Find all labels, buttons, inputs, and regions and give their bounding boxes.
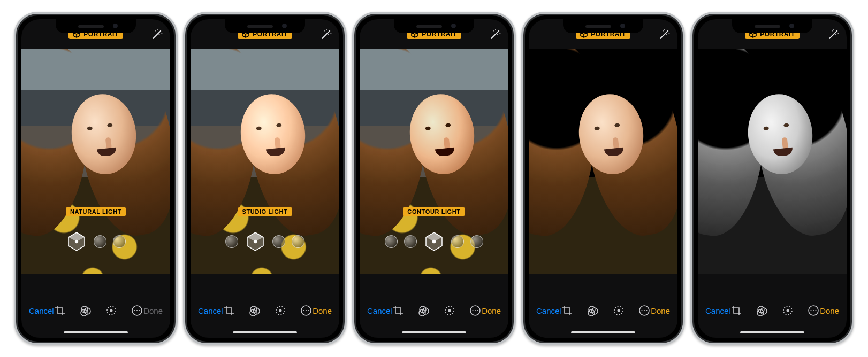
- adjust-button[interactable]: [444, 305, 455, 316]
- cancel-button[interactable]: Cancel: [705, 306, 730, 315]
- filters-button[interactable]: [418, 305, 430, 316]
- lighting-dial-item[interactable]: [66, 231, 87, 252]
- lighting-dial-item[interactable]: [113, 235, 126, 248]
- photo-preview[interactable]: STUDIO LIGHT: [191, 49, 339, 274]
- photo-preview[interactable]: STAGE LIGHT MONO: [698, 49, 847, 274]
- magic-wand-button[interactable]: [151, 29, 163, 41]
- home-indicator[interactable]: [402, 331, 466, 333]
- hardware-button: [14, 130, 14, 156]
- magic-wand-button[interactable]: [827, 29, 839, 41]
- more-button[interactable]: [808, 305, 819, 316]
- lighting-dial-item[interactable]: [423, 231, 445, 252]
- lighting-dial[interactable]: [529, 220, 677, 263]
- home-indicator[interactable]: [64, 331, 128, 333]
- cancel-button[interactable]: Cancel: [29, 306, 54, 315]
- hardware-button: [521, 130, 522, 156]
- lighting-cube-icon: [66, 231, 87, 252]
- hardware-button: [690, 99, 691, 125]
- more-button[interactable]: [300, 305, 312, 316]
- phone-mockup: PORTRAITCONTOUR LIGHTCancelDone: [352, 12, 516, 345]
- cancel-button[interactable]: Cancel: [536, 306, 561, 315]
- crop-button[interactable]: [730, 305, 742, 316]
- lighting-dial-item[interactable]: [470, 235, 483, 248]
- more-button[interactable]: [638, 305, 650, 316]
- magic-wand-button[interactable]: [489, 29, 501, 41]
- phone-mockup: PORTRAITSTAGE LIGHTCancelDone: [521, 12, 685, 345]
- adjust-button[interactable]: [105, 305, 117, 316]
- lighting-cube-icon: [423, 231, 445, 252]
- home-indicator[interactable]: [740, 331, 804, 333]
- lighting-dial-item[interactable]: [451, 235, 464, 248]
- magic-wand-button[interactable]: [658, 29, 670, 41]
- notch: [732, 19, 812, 33]
- lighting-dial-item[interactable]: [245, 231, 266, 252]
- magic-wand-icon: [658, 29, 670, 41]
- photo-preview[interactable]: CONTOUR LIGHT: [360, 49, 508, 274]
- editor-toolbar: CancelDone: [191, 298, 339, 323]
- hardware-button: [690, 73, 691, 88]
- more-icon: [300, 305, 312, 316]
- crop-button[interactable]: [561, 305, 573, 316]
- editor-toolbar: CancelDone: [360, 298, 508, 323]
- magic-wand-icon: [151, 29, 163, 41]
- lighting-dial-item[interactable]: [404, 235, 417, 248]
- home-indicator[interactable]: [233, 331, 297, 333]
- magic-wand-button[interactable]: [320, 29, 332, 41]
- more-icon: [638, 305, 650, 316]
- adjust-button[interactable]: [613, 305, 625, 316]
- screen: PORTRAITNATURAL LIGHTCancelDone: [21, 19, 170, 338]
- hardware-button: [521, 99, 522, 125]
- hardware-button: [177, 108, 178, 148]
- lighting-dial-item[interactable]: [292, 235, 304, 248]
- hardware-button: [690, 130, 691, 156]
- filters-button[interactable]: [756, 305, 768, 316]
- done-button[interactable]: Done: [820, 306, 839, 315]
- notch: [563, 19, 643, 33]
- more-button[interactable]: [469, 305, 481, 316]
- tool-icons: [392, 305, 482, 316]
- tool-icons: [223, 305, 313, 316]
- filters-button[interactable]: [587, 305, 599, 316]
- tool-icons: [54, 305, 143, 316]
- lighting-dial-item[interactable]: [94, 235, 106, 248]
- lighting-dial[interactable]: [191, 220, 339, 263]
- lighting-dial[interactable]: [21, 220, 170, 263]
- lighting-dial[interactable]: [360, 220, 508, 263]
- cancel-button[interactable]: Cancel: [367, 306, 392, 315]
- done-button[interactable]: Done: [651, 306, 670, 315]
- lighting-dial-item[interactable]: [272, 235, 285, 248]
- filters-icon: [418, 305, 430, 316]
- adjust-icon: [613, 305, 625, 316]
- photo-preview[interactable]: STAGE LIGHT: [529, 49, 677, 274]
- hardware-button: [352, 130, 353, 156]
- adjust-icon: [444, 305, 455, 316]
- lighting-dial-item[interactable]: [385, 235, 398, 248]
- done-button[interactable]: Done: [482, 306, 501, 315]
- hardware-button: [515, 108, 516, 148]
- hardware-button: [183, 99, 184, 125]
- lighting-dial-item[interactable]: [225, 235, 238, 248]
- home-indicator[interactable]: [571, 331, 635, 333]
- filters-button[interactable]: [249, 305, 261, 316]
- adjust-button[interactable]: [782, 305, 794, 316]
- tool-icons: [561, 305, 651, 316]
- screen: PORTRAITCONTOUR LIGHTCancelDone: [360, 19, 508, 338]
- adjust-button[interactable]: [275, 305, 286, 316]
- more-icon: [808, 305, 819, 316]
- crop-icon: [223, 305, 235, 316]
- crop-button[interactable]: [392, 305, 404, 316]
- lighting-dial[interactable]: [698, 220, 847, 263]
- photo-preview[interactable]: NATURAL LIGHT: [21, 49, 170, 274]
- more-button[interactable]: [131, 305, 143, 316]
- done-button[interactable]: Done: [313, 306, 332, 315]
- hardware-button: [521, 73, 522, 88]
- cancel-button[interactable]: Cancel: [198, 306, 223, 315]
- magic-wand-icon: [489, 29, 501, 41]
- hardware-button: [352, 73, 353, 88]
- magic-wand-icon: [827, 29, 839, 41]
- crop-button[interactable]: [54, 305, 66, 316]
- filters-button[interactable]: [80, 305, 92, 316]
- crop-button[interactable]: [223, 305, 235, 316]
- done-button: Done: [143, 306, 163, 315]
- screen: PORTRAITSTAGE LIGHTCancelDone: [529, 19, 677, 338]
